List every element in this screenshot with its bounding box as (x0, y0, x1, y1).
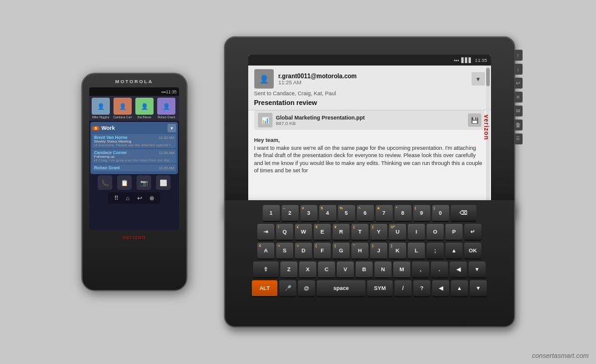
key-5[interactable]: %5 (338, 205, 355, 222)
phone2-keyboard: 1 ~2 #3 $4 %5 ^6 &7 *8 (9 )0 ⌫ ⇥ !Q £W €… (224, 200, 515, 328)
side-btn-down[interactable]: ↓ (514, 64, 523, 75)
side-btn-menu[interactable]: ≡ (514, 92, 523, 103)
side-btn-up[interactable]: ↑ (514, 50, 523, 61)
widget-label: Work (101, 125, 115, 131)
phone2-time: 11:35 (475, 58, 487, 63)
key-arrow-down[interactable]: ▼ (469, 261, 486, 278)
key-s[interactable]: <S (276, 243, 293, 260)
key-j[interactable]: }J (370, 243, 387, 260)
key-slash[interactable]: / (395, 280, 411, 297)
key-shift[interactable]: ⇧ (253, 261, 279, 278)
contact-name-kat: Kat Bleser (134, 115, 155, 119)
key-mic[interactable]: 🎤 (279, 280, 296, 297)
key-a[interactable]: €A (257, 243, 274, 260)
keyboard-row-asdf: €A <S >D [F {G "H }J ]K L ; ▲ OK (235, 243, 504, 260)
key-v[interactable]: V (337, 261, 354, 278)
key-4[interactable]: $4 (319, 205, 336, 222)
key-y[interactable]: }Y (370, 224, 387, 241)
key-nav-down[interactable]: ▼ (470, 280, 487, 297)
key-q[interactable]: !Q (276, 224, 293, 241)
contact-kat[interactable]: 👤 Kat Bleser (134, 98, 155, 119)
dock-browser-icon[interactable]: ⬜ (156, 175, 171, 190)
key-n[interactable]: N (374, 261, 391, 278)
contact-candace[interactable]: 👤 Candace Corr (112, 98, 133, 119)
key-w[interactable]: £W (295, 224, 312, 241)
phone2-status-bar: ▪▪▪ ▋▋▋ 11:35 (248, 55, 491, 66)
key-period[interactable]: . (431, 261, 448, 278)
keyboard-row-special: ALT 🎤 @ space SYM / ? ◀ ▲ ▼ (235, 280, 504, 297)
key-question[interactable]: ? (413, 280, 430, 297)
scrollbar-thumb[interactable] (486, 68, 490, 86)
key-0[interactable]: )0 (432, 205, 449, 222)
key-g[interactable]: {G (333, 243, 350, 260)
key-arrow-up[interactable]: ▲ (445, 243, 462, 260)
key-backspace[interactable]: ⌫ (451, 205, 476, 222)
key-3[interactable]: #3 (300, 205, 317, 222)
key-t[interactable]: {T (351, 224, 368, 241)
widget-title: 6 Work (92, 125, 115, 131)
key-x[interactable]: X (299, 261, 316, 278)
widget-expand-button[interactable]: ▾ (168, 124, 176, 132)
phone1-nav-bar: ⠿ ⌂ ↩ ⊕ (108, 192, 160, 204)
key-f[interactable]: [F (314, 243, 331, 260)
key-c[interactable]: C (318, 261, 335, 278)
key-7[interactable]: &7 (376, 205, 393, 222)
key-alt[interactable]: ALT (252, 280, 277, 297)
side-btn-grid[interactable]: ⠿ (514, 133, 523, 144)
dock-contacts-icon[interactable]: 📋 (117, 175, 132, 190)
key-d[interactable]: >D (295, 243, 312, 260)
key-2[interactable]: ~2 (282, 205, 299, 222)
key-o[interactable]: O (427, 224, 444, 241)
key-l[interactable]: L (408, 243, 425, 260)
side-btn-delete[interactable]: 🗑 (514, 120, 523, 130)
avatar-candace: 👤 (113, 98, 132, 115)
key-nav-up[interactable]: ▲ (451, 280, 468, 297)
download-button[interactable]: ▾ (472, 72, 485, 86)
key-8[interactable]: *8 (395, 205, 411, 222)
email-from-row: 👤 r.grant0011@motorola.com 11:25 AM ▾ (254, 69, 485, 89)
side-btn-back[interactable]: ↩ (514, 78, 523, 89)
keyboard-row-zxcv: ⇧ Z X C V B N M , . ◀ ▼ (235, 261, 504, 278)
key-6[interactable]: ^6 (357, 205, 374, 222)
key-sym[interactable]: SYM (367, 280, 393, 297)
side-btn-mail[interactable]: ✉ (514, 106, 523, 116)
key-9[interactable]: (9 (413, 205, 430, 222)
phone1-dock: 📞 📋 📷 ⬜ (98, 175, 171, 190)
key-m[interactable]: M (393, 261, 410, 278)
key-1[interactable]: 1 (263, 205, 280, 222)
key-arrow-left[interactable]: ◀ (450, 261, 467, 278)
key-at[interactable]: @ (298, 280, 315, 297)
nav-home-icon[interactable]: ⌂ (126, 195, 129, 201)
key-i[interactable]: I (408, 224, 425, 241)
dock-phone-icon[interactable]: 📞 (98, 175, 112, 190)
phone2-body: ↑ ↓ ↩ ≡ ✉ 🗑 ⠿ ▪▪▪ ▋▋▋ 11:35 (224, 36, 515, 218)
key-u[interactable]: U*U (389, 224, 406, 241)
key-b[interactable]: B (356, 261, 373, 278)
email-item-2[interactable]: Candace Corner 11:29 AM Following up Hi … (92, 149, 176, 163)
key-r[interactable]: ¥R (333, 224, 350, 241)
email-item-1[interactable]: Brent Van Horne 11:32 AM Weekly Status M… (92, 134, 176, 148)
key-p[interactable]: P (445, 224, 462, 241)
phone1-screen: ▪▪▪ 11:35 👤 Mike Higgins 👤 Candace Corr (89, 87, 179, 230)
nav-back-icon[interactable]: ↩ (137, 195, 142, 201)
key-k[interactable]: ]K (389, 243, 406, 260)
key-enter[interactable]: ↵ (464, 224, 481, 241)
dock-camera-icon[interactable]: 📷 (137, 175, 151, 190)
key-ok[interactable]: OK (464, 243, 481, 260)
key-semicolon[interactable]: ; (427, 243, 444, 260)
key-e[interactable]: €E (314, 224, 331, 241)
contact-mike[interactable]: 👤 Mike Higgins (90, 98, 111, 119)
email-item-3[interactable]: Rohan Grant 11:25 AM (92, 164, 176, 171)
key-h[interactable]: "H (351, 243, 368, 260)
nav-search-icon[interactable]: ⊕ (149, 195, 154, 201)
key-comma[interactable]: , (412, 261, 429, 278)
attachment-icon: 📊 (258, 113, 273, 127)
key-tab[interactable]: ⇥ (257, 224, 274, 241)
key-nav-left[interactable]: ◀ (432, 280, 449, 297)
save-attachment-button[interactable]: 💾 (468, 113, 481, 127)
email-attachment[interactable]: 📊 Global Marketing Presentation.ppt 887.… (254, 110, 485, 130)
nav-menu-icon[interactable]: ⠿ (114, 195, 118, 201)
key-space[interactable]: space (317, 280, 365, 297)
contact-rohan[interactable]: 👤 Rohan Grant (156, 98, 177, 119)
key-z[interactable]: Z (280, 261, 297, 278)
